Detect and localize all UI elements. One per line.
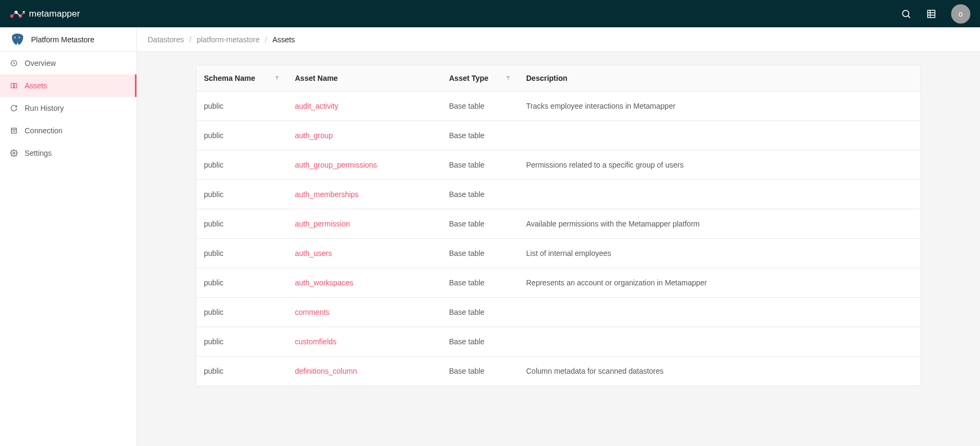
postgres-icon <box>10 32 25 47</box>
cell-description <box>519 298 921 327</box>
content: Schema Name Asset Name <box>137 52 980 399</box>
sync-icon <box>10 104 18 112</box>
asset-link[interactable]: auth_users <box>295 249 332 258</box>
cell-asset: auth_users <box>287 239 442 268</box>
cell-asset: auth_permission <box>287 209 442 239</box>
cell-description: Column metadata for scanned datastores <box>519 357 921 386</box>
cell-schema: public <box>196 121 287 150</box>
svg-line-5 <box>16 12 20 16</box>
cell-asset: auth_group <box>287 121 442 150</box>
cell-schema: public <box>196 150 287 180</box>
asset-link[interactable]: auth_group_permissions <box>295 161 377 169</box>
asset-link[interactable]: auth_group <box>295 131 333 140</box>
cell-description: Represents an account or organization in… <box>519 268 921 298</box>
cell-asset: customfields <box>287 327 442 357</box>
cell-description: Tracks employee interactions in Metamapp… <box>519 92 921 121</box>
cell-asset: comments <box>287 298 442 327</box>
cell-type: Base table <box>442 239 519 268</box>
cell-asset: auth_memberships <box>287 180 442 209</box>
cell-type: Base table <box>442 298 519 327</box>
header-right: o <box>901 4 970 24</box>
assets-table-wrap: Schema Name Asset Name <box>196 65 921 386</box>
book-icon <box>10 82 18 89</box>
cell-asset: definitions_column <box>287 357 442 386</box>
table-row: publicauth_permissionBase tableAvailable… <box>196 209 921 239</box>
cell-schema: public <box>196 180 287 209</box>
asset-link[interactable]: audit_activity <box>295 102 338 110</box>
cell-description <box>519 180 921 209</box>
table-row: publicdefinitions_columnBase tableColumn… <box>196 357 921 386</box>
svg-line-8 <box>908 16 910 18</box>
cell-type: Base table <box>442 180 519 209</box>
table-row: publicaudit_activityBase tableTracks emp… <box>196 92 921 121</box>
sidebar-item-label: Settings <box>25 149 52 157</box>
avatar[interactable]: o <box>951 4 970 24</box>
table-row: publicauth_membershipsBase table <box>196 180 921 209</box>
svg-line-6 <box>20 12 24 16</box>
sidebar-item-label: Connection <box>25 126 63 135</box>
column-header-schema[interactable]: Schema Name <box>196 65 287 92</box>
column-header-label: Asset Type <box>449 74 489 82</box>
sidebar-nav: Overview Assets Run History Connection <box>0 52 136 164</box>
sidebar-item-connection[interactable]: Connection <box>0 119 136 142</box>
sidebar-item-settings[interactable]: Settings <box>0 142 136 164</box>
breadcrumb-separator: / <box>265 35 267 44</box>
search-icon[interactable] <box>901 9 911 19</box>
svg-line-4 <box>12 12 16 16</box>
svg-point-16 <box>19 37 19 37</box>
cell-schema: public <box>196 357 287 386</box>
cell-description: Available permissions with the Metamappe… <box>519 209 921 239</box>
breadcrumb-item[interactable]: Datastores <box>148 35 184 44</box>
column-header-description[interactable]: Description <box>519 65 921 92</box>
assets-table: Schema Name Asset Name <box>196 65 921 385</box>
cell-schema: public <box>196 268 287 298</box>
asset-link[interactable]: customfields <box>295 337 337 346</box>
gear-icon <box>10 149 18 157</box>
table-row: publicauth_groupBase table <box>196 121 921 150</box>
cell-asset: audit_activity <box>287 92 442 121</box>
asset-link[interactable]: comments <box>295 308 330 316</box>
svg-point-7 <box>902 10 909 17</box>
cell-type: Base table <box>442 150 519 180</box>
cell-schema: public <box>196 327 287 357</box>
sidebar-item-label: Run History <box>25 104 64 112</box>
asset-link[interactable]: auth_memberships <box>295 190 359 199</box>
column-header-label: Schema Name <box>204 74 255 82</box>
asset-link[interactable]: auth_permission <box>295 220 350 228</box>
column-header-type[interactable]: Asset Type <box>442 65 519 92</box>
svg-point-15 <box>14 37 15 37</box>
avatar-letter: o <box>959 10 963 18</box>
logo-icon <box>10 10 25 18</box>
table-row: publicauth_usersBase tableList of intern… <box>196 239 921 268</box>
cell-type: Base table <box>442 357 519 386</box>
asset-link[interactable]: definitions_column <box>295 367 357 375</box>
list-icon[interactable] <box>926 9 936 19</box>
asset-link[interactable]: auth_workspaces <box>295 278 353 287</box>
cell-schema: public <box>196 209 287 239</box>
brand-name: metamapper <box>29 9 80 19</box>
sidebar-item-assets[interactable]: Assets <box>0 74 136 97</box>
cell-description <box>519 327 921 357</box>
breadcrumb-item-current: Assets <box>272 35 295 44</box>
brand-logo[interactable]: metamapper <box>10 9 80 19</box>
column-header-asset[interactable]: Asset Name <box>287 65 442 92</box>
svg-rect-18 <box>11 128 16 133</box>
breadcrumb-item[interactable]: platform-metastore <box>197 35 260 44</box>
svg-point-21 <box>13 152 15 154</box>
sidebar-item-run-history[interactable]: Run History <box>0 97 136 119</box>
sidebar-header: Platform Metastore <box>0 27 136 52</box>
cell-schema: public <box>196 298 287 327</box>
breadcrumb-separator: / <box>189 35 192 44</box>
cell-asset: auth_workspaces <box>287 268 442 298</box>
cell-type: Base table <box>442 121 519 150</box>
sidebar-item-overview[interactable]: Overview <box>0 52 136 74</box>
column-header-label: Asset Name <box>295 74 338 82</box>
dashboard-icon <box>10 59 18 67</box>
sidebar-item-label: Overview <box>25 59 56 67</box>
table-row: publicauth_group_permissionsBase tablePe… <box>196 150 921 180</box>
filter-icon[interactable] <box>505 75 511 82</box>
filter-icon[interactable] <box>274 75 280 82</box>
cell-type: Base table <box>442 209 519 239</box>
profile-icon <box>10 127 18 134</box>
breadcrumb: Datastores / platform-metastore / Assets <box>137 27 980 52</box>
